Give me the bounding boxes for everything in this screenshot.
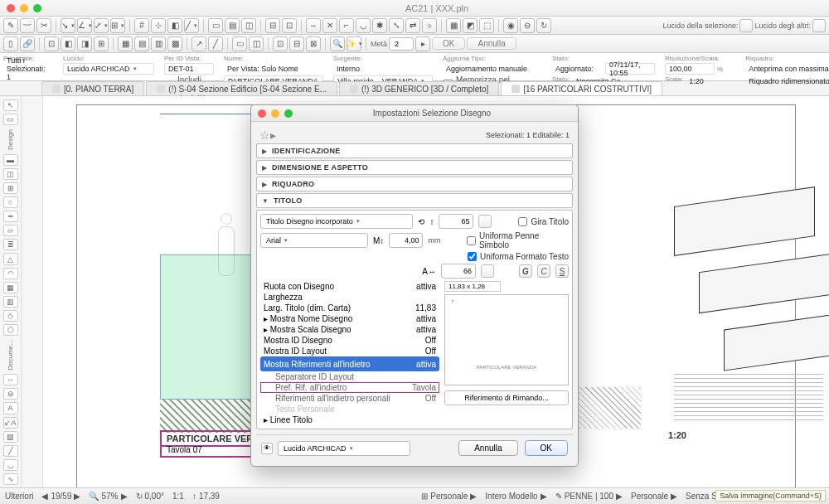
style-s-button[interactable]: S xyxy=(555,264,569,278)
shell-tool-icon[interactable]: ◠ xyxy=(3,268,18,279)
tool2-b[interactable]: ◧ xyxy=(61,36,75,51)
style-g-button[interactable]: G xyxy=(519,264,532,278)
selection-layer-swatch[interactable] xyxy=(739,19,753,32)
prop-row[interactable]: Mostra Riferimenti all'indietroattiva xyxy=(260,356,439,371)
tool2-m3[interactable]: ⊠ xyxy=(306,36,321,51)
close-window-icon[interactable] xyxy=(7,4,15,12)
section-titolo[interactable]: ▼TITOLO xyxy=(256,193,573,208)
tab-3d-generico[interactable]: (!) 3D GENERICO [3D / Completo] xyxy=(339,81,499,95)
tool-trim-icon[interactable]: ⌐ xyxy=(339,18,354,33)
status-elevation[interactable]: ↕ 17,39 xyxy=(192,492,220,501)
favorites-star-icon[interactable]: ☆▸ xyxy=(259,128,276,142)
status-ratio[interactable]: 1:1 xyxy=(172,492,184,501)
mesh-tool-icon[interactable]: ▦ xyxy=(3,282,18,293)
dim-tool-icon[interactable]: ↔ xyxy=(3,374,18,385)
tool2-wand[interactable]: ✨ xyxy=(347,36,361,51)
roof-tool-icon[interactable]: △ xyxy=(3,253,18,264)
tool-resize-icon[interactable]: ⤡ xyxy=(389,18,404,33)
section-dimensione[interactable]: ▶DIMENSIONE E ASPETTO xyxy=(256,160,573,175)
minimize-window-icon[interactable] xyxy=(20,4,28,12)
tab-piano-terra[interactable]: [0. PIANO TERRA] xyxy=(41,81,144,95)
uniforma-formato-check[interactable]: Uniforma Formato Testo xyxy=(468,252,569,261)
zoom-window-icon[interactable] xyxy=(33,4,41,12)
spline-tool-icon[interactable]: ∿ xyxy=(3,473,18,485)
tool-brush-icon[interactable]: 〰 xyxy=(20,18,35,33)
tool-intersect-icon[interactable]: ✱ xyxy=(372,18,387,33)
font-size-value[interactable]: 4,00 xyxy=(389,233,423,248)
tool-view3[interactable]: ↻ xyxy=(536,18,551,33)
flip-icon[interactable]: ⟲ xyxy=(418,217,424,226)
dialog-titlebar[interactable]: Impostazioni Selezione Disegno xyxy=(251,105,578,122)
tool2-m1[interactable]: ⊡ xyxy=(273,36,288,51)
object-tool-icon[interactable]: ⬡ xyxy=(3,324,18,336)
tool-arrow-toggle[interactable]: ↘ xyxy=(61,18,75,33)
window-tool-icon[interactable]: ⊞ xyxy=(3,182,18,194)
arc-tool-icon[interactable]: ◡ xyxy=(3,459,18,471)
tool-stretch-toggle[interactable]: ⤢ xyxy=(94,18,109,33)
dialog-layer-select[interactable]: Lucido ARCHICAD xyxy=(278,441,410,456)
arrow-tool-icon[interactable]: ↖ xyxy=(3,99,18,111)
tool2-link[interactable]: 🔗 xyxy=(20,36,35,51)
prop-row[interactable]: Testo Personale xyxy=(260,404,439,414)
tool2-grid1[interactable]: ▦ xyxy=(118,36,133,51)
tool-view1[interactable]: ◉ xyxy=(503,18,518,33)
slab-tool-icon[interactable]: ▱ xyxy=(3,225,18,236)
font-select[interactable]: Arial xyxy=(260,233,368,248)
gira-titolo-check[interactable]: Gira Titolo xyxy=(518,217,569,226)
door-tool-icon[interactable]: ◫ xyxy=(3,168,18,180)
prop-row[interactable]: Ruota con Disegnoattiva xyxy=(260,281,439,292)
pen-swatch-1[interactable] xyxy=(478,215,492,228)
uniforma-penne-check[interactable]: Uniforma Penne Simbolo xyxy=(467,231,569,250)
prop-row[interactable]: Riferimenti all'indietro personaliOff xyxy=(260,393,439,404)
tool-fillet-icon[interactable]: ◡ xyxy=(356,18,371,33)
section-riquadro[interactable]: ▶RIQUADRO xyxy=(256,177,573,191)
tool2-dash[interactable]: ╱ xyxy=(208,36,223,51)
layer-eye-icon[interactable]: 👁 xyxy=(261,443,273,454)
title-height-value[interactable]: 65 xyxy=(439,214,473,229)
prop-row[interactable]: Mostra ID DisegnoOff xyxy=(260,335,439,346)
fill-tool-icon[interactable]: ▨ xyxy=(3,431,18,443)
tab-particolari[interactable]: [16 PARTICOLARI COSTRUTTIVI] xyxy=(501,81,662,95)
level-tool-icon[interactable]: ⊖ xyxy=(3,388,18,400)
status-penset[interactable]: ⊞ Personale ▶ xyxy=(421,492,477,501)
tool-snap1-icon[interactable]: ⊹ xyxy=(151,18,166,33)
tool-edit2[interactable]: ⊡ xyxy=(282,18,297,33)
prop-row[interactable]: Separatore ID Layout xyxy=(260,371,439,382)
meta-value-input[interactable] xyxy=(389,37,414,51)
others-layer-swatch[interactable] xyxy=(812,19,826,32)
tool-measure-icon[interactable]: ↔ xyxy=(306,18,321,33)
status-pages[interactable]: ◀ 19/59 ▶ xyxy=(41,492,80,501)
dialog-close-icon[interactable] xyxy=(258,109,266,118)
status-rotation[interactable]: ↻ 0,00° xyxy=(136,492,164,501)
title-width-value[interactable]: 66 xyxy=(441,264,476,279)
tool-snap2-icon[interactable]: ◧ xyxy=(167,18,182,33)
pen-swatch-2[interactable] xyxy=(481,264,494,278)
tool2-frame1[interactable]: ▭ xyxy=(232,36,247,51)
stepper-icon[interactable]: ▸ xyxy=(415,36,430,51)
prop-row[interactable]: Larghezza xyxy=(260,292,439,303)
tool-split-icon[interactable]: ✕ xyxy=(322,18,337,33)
prop-row[interactable]: Larg. Titolo (dim. Carta)11,83 xyxy=(260,303,439,313)
tool-offset-icon[interactable]: ⇄ xyxy=(405,18,420,33)
tool-extend-icon[interactable]: ⟐ xyxy=(422,18,437,33)
wall-tool-icon[interactable]: ▬ xyxy=(3,154,18,166)
dialog-cancel-button[interactable]: Annulla xyxy=(458,440,517,456)
tool-misc1[interactable]: ▭ xyxy=(208,18,223,33)
title-type-select[interactable]: Titolo Disegno incorporato xyxy=(260,214,413,229)
tool-3d2[interactable]: ◩ xyxy=(463,18,478,33)
lucido-select[interactable]: Lucido ARCHICAD xyxy=(63,63,154,75)
status-model[interactable]: Intero Modello ▶ xyxy=(485,492,546,501)
prop-row[interactable]: ▸ Mostra Nome Disegnoattiva xyxy=(260,313,439,324)
text-tool-icon[interactable]: A xyxy=(3,402,18,414)
tool2-zoom[interactable]: 🔍 xyxy=(330,36,345,51)
preview-size-field[interactable]: 11,83 x 1,28 xyxy=(444,281,501,292)
dialog-zoom-icon[interactable] xyxy=(284,109,293,118)
tool2-a[interactable]: ⊡ xyxy=(44,36,59,51)
section-identificazione[interactable]: ▶IDENTIFICAZIONE xyxy=(256,143,573,158)
style-c-button[interactable]: C xyxy=(537,264,550,278)
tool2-m2[interactable]: ⊟ xyxy=(289,36,304,51)
tool-scissors-icon[interactable]: ✂ xyxy=(36,18,51,33)
tool2-frame2[interactable]: ◫ xyxy=(249,36,264,51)
dialog-ok-button[interactable]: OK xyxy=(525,440,568,456)
tool-view2[interactable]: ⊖ xyxy=(520,18,535,33)
